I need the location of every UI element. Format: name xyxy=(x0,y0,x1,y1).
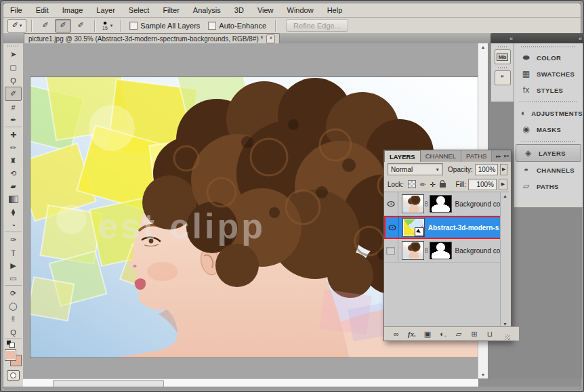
link-layers-button[interactable]: ∞ xyxy=(392,330,400,338)
layer-style-button[interactable]: fx. xyxy=(408,330,416,338)
layer-name[interactable]: Background co... xyxy=(455,247,501,255)
foreground-color-swatch[interactable] xyxy=(5,349,16,361)
layer-thumbnail[interactable] xyxy=(402,194,424,213)
rotate-3d-tool[interactable]: ⟳ xyxy=(3,287,23,300)
current-tool-button[interactable]: ✐ ▾ xyxy=(7,19,26,32)
fill-field[interactable]: 100% xyxy=(468,179,497,190)
styles-panel-button[interactable]: fx STYLES xyxy=(514,82,583,98)
fill-slider-icon[interactable]: ▶ xyxy=(499,179,507,190)
menu-item[interactable]: View xyxy=(251,3,280,17)
menu-item[interactable]: Select xyxy=(122,3,157,17)
marquee-tool[interactable]: ▢ xyxy=(3,61,23,74)
paths-panel-button[interactable]: ▱ PATHS xyxy=(514,178,583,194)
masks-panel-button[interactable]: ◉ MASKS xyxy=(514,121,583,137)
mini-bridge-button[interactable]: Mb xyxy=(495,49,511,64)
layer-comps-button[interactable]: ❞ xyxy=(495,70,511,85)
layer-name[interactable]: Abstract-3d-modern-sp... xyxy=(428,224,499,232)
history-brush-tool[interactable]: ⟲ xyxy=(3,167,23,180)
blur-tool[interactable]: ⧫ xyxy=(3,206,23,219)
hand-tool[interactable]: ✌ xyxy=(3,313,23,326)
layer-name[interactable]: Background co... xyxy=(455,200,501,208)
layer-row-background-copy-top[interactable]: ⊙ 8 Background co... xyxy=(384,192,509,216)
layers-panel-button[interactable]: ◈ LAYERS xyxy=(516,144,581,162)
gradient-tool[interactable] xyxy=(3,193,23,206)
auto-enhance-checkbox[interactable]: Auto-Enhance xyxy=(208,22,266,30)
color-panel-button[interactable]: ⬬ COLOR xyxy=(514,49,583,66)
new-group-button[interactable]: ▱ xyxy=(455,330,463,339)
move-tool[interactable]: ➤ xyxy=(3,48,23,61)
sample-all-layers-checkbox[interactable]: Sample All Layers xyxy=(129,22,200,30)
adjustments-panel-button[interactable]: ◐ ADJUSTMENTS xyxy=(514,105,583,121)
panel-gripper[interactable] xyxy=(7,45,19,47)
menu-item[interactable]: 3D xyxy=(228,3,251,17)
checkbox-box[interactable] xyxy=(208,22,216,30)
add-layer-mask-button[interactable]: ▣ xyxy=(423,330,432,339)
new-selection-button[interactable]: ✐ xyxy=(37,19,54,32)
channels-tab[interactable]: CHANNEL xyxy=(421,150,461,162)
pen-tool[interactable]: ✑ xyxy=(3,234,23,246)
new-layer-button[interactable]: ⊞ xyxy=(470,330,478,339)
dodge-tool[interactable]: ◔ xyxy=(3,219,23,232)
panel-gripper[interactable] xyxy=(498,67,507,68)
zoom-tool[interactable]: Q xyxy=(3,326,23,339)
eraser-tool[interactable]: ▰ xyxy=(3,180,23,193)
document-tab[interactable]: picture1.jpg @ 30.5% (Abstract-3d-modern… xyxy=(24,33,280,44)
visibility-cell[interactable] xyxy=(384,239,398,262)
panel-menu-icon[interactable]: ▾≡ xyxy=(503,154,509,159)
clone-stamp-tool[interactable]: ♜ xyxy=(3,154,23,167)
paths-tab[interactable]: PATHS xyxy=(461,150,492,162)
lock-all-icon[interactable] xyxy=(440,183,446,188)
menu-item[interactable]: Window xyxy=(280,3,320,17)
resize-grip[interactable] xyxy=(505,334,510,340)
scroll-up-icon[interactable]: ▲ xyxy=(501,194,509,198)
collapse-panel-icon[interactable]: ▸▸ xyxy=(496,154,501,159)
orbit-3d-tool[interactable]: ◯ xyxy=(3,300,23,313)
lasso-tool[interactable]: Ϙ xyxy=(3,74,23,87)
collapse-panels-icon[interactable]: « xyxy=(509,35,513,42)
panel-gripper[interactable] xyxy=(521,46,576,47)
menu-item[interactable]: Layer xyxy=(89,3,122,17)
quick-selection-tool[interactable]: ✐ xyxy=(5,87,22,101)
layers-scrollbar[interactable]: ▲ ▼ xyxy=(500,192,509,328)
lock-position-icon[interactable]: ✛ xyxy=(430,181,435,188)
menu-item[interactable]: Filter xyxy=(156,3,186,17)
menu-item[interactable]: Help xyxy=(320,3,350,17)
default-colors-icon[interactable] xyxy=(7,341,15,347)
add-to-selection-button[interactable]: ✐ xyxy=(55,19,71,32)
crop-tool[interactable]: # xyxy=(3,101,23,114)
layer-mask-thumbnail[interactable] xyxy=(430,242,452,259)
healing-brush-tool[interactable]: ✚ xyxy=(3,129,23,141)
subtract-from-selection-button[interactable]: ✐ xyxy=(72,19,89,32)
collapse-panels-icon[interactable]: « xyxy=(579,35,582,42)
lock-transparency-icon[interactable] xyxy=(408,180,416,188)
visibility-cell[interactable]: ⊙ xyxy=(385,217,399,238)
layer-row-background-copy-hidden[interactable]: 8 Background co... xyxy=(384,239,509,263)
layers-tab[interactable]: LAYERS xyxy=(384,150,421,162)
layer-thumbnail[interactable] xyxy=(402,218,424,237)
menu-item[interactable]: Edit xyxy=(29,3,56,17)
visibility-cell[interactable]: ⊙ xyxy=(384,192,398,215)
menu-item[interactable]: Image xyxy=(56,3,90,17)
layer-mask-thumbnail[interactable] xyxy=(430,195,452,213)
refine-edge-button[interactable]: Refine Edge... xyxy=(286,19,348,32)
brush-size-picker[interactable]: ●15 ▾ xyxy=(102,20,112,31)
scroll-up-icon[interactable]: ▲ xyxy=(478,45,488,49)
new-adjustment-layer-button[interactable]: ◐. xyxy=(439,330,447,338)
layer-thumbnail[interactable] xyxy=(402,241,424,260)
brush-tool[interactable]: ✏ xyxy=(3,141,23,154)
scroll-down-icon[interactable]: ▼ xyxy=(501,322,509,326)
opacity-slider-icon[interactable]: ▶ xyxy=(500,164,507,175)
quick-mask-button[interactable] xyxy=(7,370,20,380)
close-icon[interactable]: × xyxy=(266,35,275,43)
eyedropper-tool[interactable]: ✒ xyxy=(3,114,23,127)
path-selection-tool[interactable]: ▶ xyxy=(3,259,23,272)
layer-row-abstract-selected[interactable]: ⊙ Abstract-3d-modern-sp... xyxy=(384,216,509,239)
scroll-down-icon[interactable]: ▼ xyxy=(478,372,488,377)
blend-mode-select[interactable]: Normal ▼ xyxy=(388,163,443,175)
opacity-field[interactable]: 100% xyxy=(475,164,499,175)
channels-panel-button[interactable]: ◓ CHANNELS xyxy=(514,162,583,178)
type-tool[interactable]: T xyxy=(3,246,23,259)
panel-gripper[interactable] xyxy=(498,46,507,47)
delete-layer-button[interactable]: ⊔ xyxy=(486,330,494,339)
menu-item[interactable]: File xyxy=(3,3,29,17)
